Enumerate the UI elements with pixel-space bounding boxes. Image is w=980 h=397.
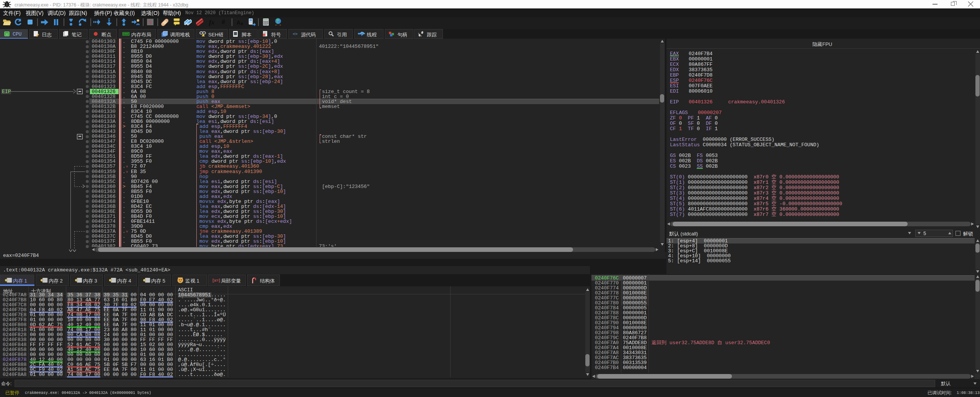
svg-text:32: 32 — [5, 33, 8, 36]
svg-text:<>: <> — [234, 33, 237, 36]
svg-text:<>: <> — [292, 31, 298, 36]
